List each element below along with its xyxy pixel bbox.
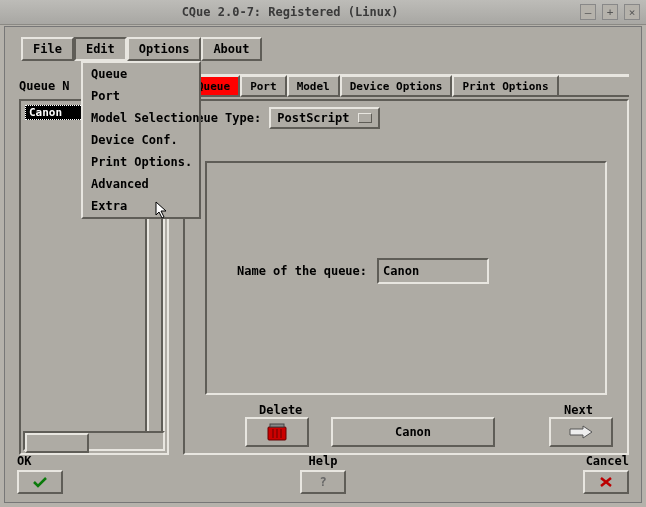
maximize-button[interactable]: + — [602, 4, 618, 20]
current-queue-button[interactable]: Canon — [331, 417, 495, 447]
queue-form-frame: Name of the queue: — [205, 161, 607, 395]
app-window: CQue 2.0-7: Registered (Linux) – + × Fil… — [0, 0, 646, 507]
arrow-right-icon — [569, 425, 593, 439]
delete-label: Delete — [259, 403, 302, 417]
ok-button[interactable] — [17, 470, 63, 494]
help-group: Help ? — [300, 454, 346, 494]
menu-options[interactable]: Options — [127, 37, 202, 61]
cancel-label: Cancel — [586, 454, 629, 468]
edit-dropdown: Queue Port Model Selection Device Conf. … — [81, 61, 201, 219]
queue-name-label: Name of the queue: — [237, 264, 367, 278]
minimize-button[interactable]: – — [580, 4, 596, 20]
queue-name-input[interactable] — [377, 258, 489, 284]
queue-names-label: Queue N — [19, 79, 70, 93]
ok-label: OK — [17, 454, 31, 468]
ok-group: OK — [17, 454, 63, 494]
queue-type-value: PostScript — [277, 111, 349, 125]
footer-row: OK Help ? Cancel — [17, 454, 629, 494]
queue-panel: ueue Type: PostScript Name of the queue:… — [183, 99, 629, 455]
client-area: File Edit Options About Queue N Queue Po… — [4, 26, 642, 503]
menu-item-advanced[interactable]: Advanced — [83, 173, 199, 195]
option-menu-indicator-icon — [358, 113, 372, 123]
next-label: Next — [564, 403, 593, 417]
tab-port[interactable]: Port — [240, 75, 287, 97]
horizontal-scrollbar[interactable] — [23, 431, 165, 451]
menubar: File Edit Options About — [21, 37, 262, 61]
menu-item-queue[interactable]: Queue — [83, 63, 199, 85]
help-label: Help — [309, 454, 338, 468]
close-window-button[interactable]: × — [624, 4, 640, 20]
queue-type-select[interactable]: PostScript — [269, 107, 379, 129]
svg-rect-1 — [270, 424, 284, 427]
menu-about[interactable]: About — [201, 37, 261, 61]
queue-name-row: Name of the queue: — [237, 258, 489, 284]
help-button[interactable]: ? — [300, 470, 346, 494]
menu-file[interactable]: File — [21, 37, 74, 61]
window-title: CQue 2.0-7: Registered (Linux) — [0, 5, 580, 19]
next-button[interactable] — [549, 417, 613, 447]
menu-edit[interactable]: Edit — [74, 37, 127, 61]
question-icon: ? — [319, 475, 326, 489]
tab-filler — [559, 75, 629, 97]
titlebar: CQue 2.0-7: Registered (Linux) – + × — [0, 0, 646, 25]
menu-item-print-options[interactable]: Print Options. — [83, 151, 199, 173]
check-icon — [32, 476, 48, 488]
cancel-button[interactable] — [583, 470, 629, 494]
cancel-group: Cancel — [583, 454, 629, 494]
tab-device-options[interactable]: Device Options — [340, 75, 453, 97]
delete-button[interactable] — [245, 417, 309, 447]
trash-icon — [267, 423, 287, 441]
scroll-thumb[interactable] — [25, 433, 89, 453]
tab-print-options[interactable]: Print Options — [452, 75, 558, 97]
menu-item-model-selection[interactable]: Model Selection — [83, 107, 199, 129]
queue-type-row: ueue Type: PostScript — [189, 107, 380, 129]
menu-item-extra[interactable]: Extra — [83, 195, 199, 217]
tab-model[interactable]: Model — [287, 75, 340, 97]
cross-icon — [599, 476, 613, 488]
menu-item-device-conf[interactable]: Device Conf. — [83, 129, 199, 151]
menu-item-port[interactable]: Port — [83, 85, 199, 107]
tab-strip: Queue Port Model Device Options Print Op… — [187, 74, 629, 97]
